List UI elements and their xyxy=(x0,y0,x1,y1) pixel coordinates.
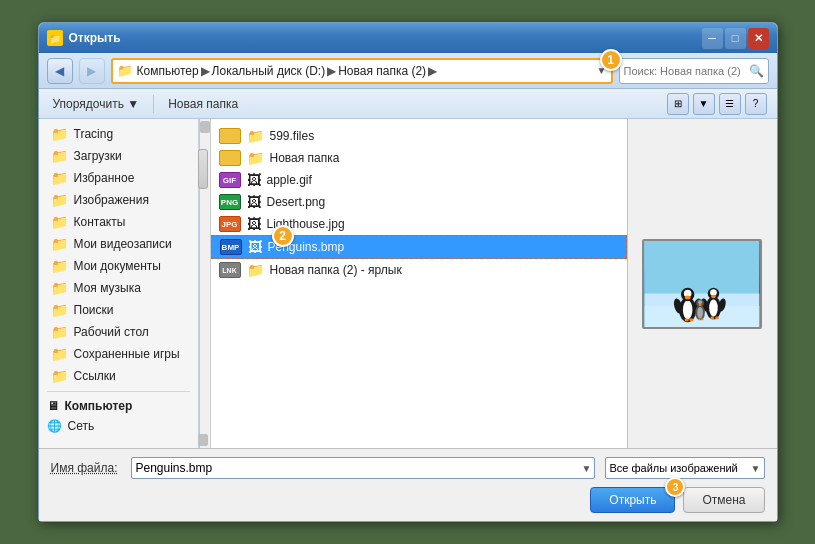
view-details-button[interactable]: ☰ xyxy=(719,93,741,115)
breadcrumb-computer[interactable]: Компьютер xyxy=(137,64,199,78)
file-icon: 🖼 xyxy=(247,172,261,188)
file-icon: 📁 xyxy=(247,262,264,278)
svg-rect-19 xyxy=(711,316,714,319)
dialog-title: Открыть xyxy=(69,31,121,45)
organize-button[interactable]: Упорядочить ▼ xyxy=(49,95,144,113)
file-name: 599.files xyxy=(270,129,619,143)
cancel-button[interactable]: Отмена xyxy=(683,487,764,513)
file-type-badge: GIF xyxy=(219,172,241,188)
svg-rect-10 xyxy=(685,318,689,321)
view-dropdown-button[interactable]: ▼ xyxy=(693,93,715,115)
svg-point-24 xyxy=(698,300,702,304)
close-button[interactable]: ✕ xyxy=(748,28,769,49)
file-item[interactable]: PNG 🖼 Desert.png xyxy=(211,191,627,213)
svg-point-25 xyxy=(699,304,702,306)
sidebar-item-searches[interactable]: 📁 Поиски xyxy=(39,299,198,321)
sidebar-item-contacts[interactable]: 📁 Контакты xyxy=(39,211,198,233)
sidebar-item-links[interactable]: 📁 Ссылки xyxy=(39,365,198,387)
file-name: apple.gif xyxy=(267,173,619,187)
file-name: Новая папка xyxy=(270,151,619,165)
title-bar-left: 📁 Открыть xyxy=(47,30,121,46)
search-icon[interactable]: 🔍 xyxy=(749,64,764,78)
sidebar-item-saved-games[interactable]: 📁 Сохраненные игры xyxy=(39,343,198,365)
svg-rect-20 xyxy=(715,316,718,319)
cancel-btn-label: Отмена xyxy=(702,493,745,507)
sidebar-item-tracing[interactable]: 📁 Tracing xyxy=(39,123,198,145)
scrollbar-thumb[interactable] xyxy=(198,149,208,189)
breadcrumb-folder[interactable]: Новая папка (2) xyxy=(338,64,426,78)
sidebar-divider xyxy=(47,391,190,392)
organize-label: Упорядочить ▼ xyxy=(53,97,140,111)
search-input[interactable] xyxy=(624,65,745,77)
folder-icon: 📁 xyxy=(51,192,68,208)
preview-image xyxy=(642,239,762,329)
forward-button[interactable]: ▶ xyxy=(79,58,105,84)
folder-icon: 📁 xyxy=(51,126,68,142)
svg-rect-11 xyxy=(690,318,694,321)
filename-input[interactable] xyxy=(131,457,595,479)
file-item-penguins[interactable]: 2 BMP 🖼 Penguins.bmp xyxy=(211,235,627,259)
svg-point-13 xyxy=(709,299,718,316)
sidebar-item-label: Мои видеозаписи xyxy=(74,237,172,251)
breadcrumb-sep-2: ▶ xyxy=(327,64,336,78)
folder-icon: 📁 xyxy=(51,368,68,384)
file-icon: 🖼 xyxy=(247,216,261,232)
open-button[interactable]: Открыть 3 xyxy=(590,487,675,513)
file-item[interactable]: 📁 599.files xyxy=(211,125,627,147)
filename-label: Имя файла: xyxy=(51,461,121,475)
sidebar-item-label: Tracing xyxy=(74,127,114,141)
sidebar-item-network[interactable]: 🌐 Сеть xyxy=(39,416,198,436)
sidebar-item-desktop[interactable]: 📁 Рабочий стол xyxy=(39,321,198,343)
view-icons-button[interactable]: ⊞ xyxy=(667,93,689,115)
new-folder-button[interactable]: Новая папка xyxy=(164,95,242,113)
back-button[interactable]: ◀ xyxy=(47,58,73,84)
search-box[interactable]: 🔍 xyxy=(619,58,769,84)
main-content: 📁 Tracing 📁 Загрузки 📁 Избранное 📁 Изобр… xyxy=(39,119,777,448)
sidebar-item-favorites[interactable]: 📁 Избранное xyxy=(39,167,198,189)
badge-2: 2 xyxy=(272,225,294,247)
breadcrumb-disk[interactable]: Локальный диск (D:) xyxy=(212,64,326,78)
file-item[interactable]: GIF 🖼 apple.gif xyxy=(211,169,627,191)
sidebar-item-downloads[interactable]: 📁 Загрузки xyxy=(39,145,198,167)
minimize-button[interactable]: ─ xyxy=(702,28,723,49)
folder-icon: 📁 xyxy=(51,148,68,164)
badge-3: 3 xyxy=(665,477,685,497)
sidebar-item-label: Контакты xyxy=(74,215,126,229)
view-help-button[interactable]: ? xyxy=(745,93,767,115)
sidebar-item-label: Ссылки xyxy=(74,369,116,383)
file-type-badge: PNG xyxy=(219,194,241,210)
filename-row: Имя файла: ▼ Все файлы изображений ▼ xyxy=(51,457,765,479)
scrollbar-track xyxy=(198,119,212,448)
folder-icon: 📁 xyxy=(247,150,264,166)
address-bar-row: ◀ ▶ 1 📁 Компьютер ▶ Локальный диск (D:) … xyxy=(39,53,777,89)
file-list-area: 📁 599.files 📁 Новая папка GIF 🖼 apple.gi… xyxy=(199,119,777,448)
file-list: 📁 599.files 📁 Новая папка GIF 🖼 apple.gi… xyxy=(211,119,627,448)
maximize-button[interactable]: □ xyxy=(725,28,746,49)
filetype-dropdown[interactable]: Все файлы изображений xyxy=(605,457,765,479)
sidebar-item-videos[interactable]: 📁 Мои видеозаписи xyxy=(39,233,198,255)
sidebar-item-label: Избранное xyxy=(74,171,135,185)
toolbar-separator xyxy=(153,95,154,113)
address-bar[interactable]: 1 📁 Компьютер ▶ Локальный диск (D:) ▶ Но… xyxy=(111,58,613,84)
file-type-badge xyxy=(219,150,241,166)
sidebar-item-documents[interactable]: 📁 Мои документы xyxy=(39,255,198,277)
file-name: Desert.png xyxy=(267,195,619,209)
breadcrumb-sep-3: ▶ xyxy=(428,64,437,78)
filename-dropdown-arrow[interactable]: ▼ xyxy=(582,463,592,474)
sidebar-item-label: Рабочий стол xyxy=(74,325,149,339)
folder-icon: 📁 xyxy=(247,128,264,144)
sidebar-item-label: Сохраненные игры xyxy=(74,347,180,361)
sidebar-scrollbar[interactable] xyxy=(199,119,211,448)
sidebar-item-images[interactable]: 📁 Изображения xyxy=(39,189,198,211)
sidebar-item-computer[interactable]: 🖥 Компьютер xyxy=(39,396,198,416)
file-item-shortcut[interactable]: LNK 📁 Новая папка (2) - ярлык xyxy=(211,259,627,281)
buttons-row: Открыть 3 Отмена xyxy=(51,487,765,513)
file-name: Новая папка (2) - ярлык xyxy=(270,263,619,277)
breadcrumb: Компьютер ▶ Локальный диск (D:) ▶ Новая … xyxy=(137,64,593,78)
svg-point-7 xyxy=(685,295,691,299)
filetype-wrap: Все файлы изображений ▼ xyxy=(605,457,765,479)
folder-icon: 📁 xyxy=(51,170,68,186)
svg-rect-27 xyxy=(701,318,703,320)
file-item[interactable]: 📁 Новая папка xyxy=(211,147,627,169)
sidebar-item-music[interactable]: 📁 Моя музыка xyxy=(39,277,198,299)
